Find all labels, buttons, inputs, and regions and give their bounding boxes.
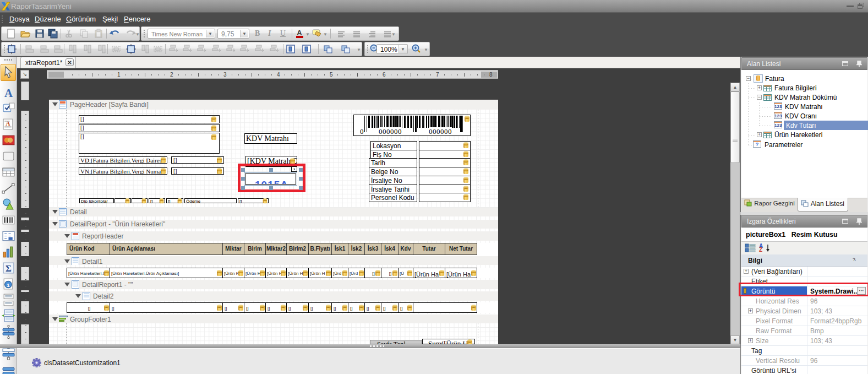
svg-text:Σ: Σ [6, 263, 12, 274]
svg-text:1: 1 [7, 283, 9, 288]
svg-text:A: A [4, 86, 13, 99]
